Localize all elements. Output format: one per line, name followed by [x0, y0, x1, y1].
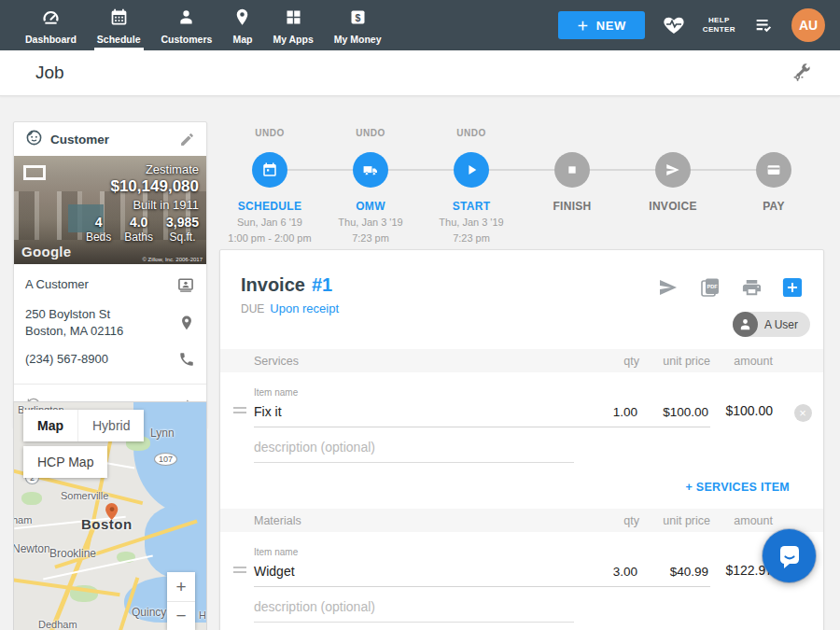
customer-card: Customer Zestimate $10,149,080 Built in … — [13, 121, 207, 428]
print-icon[interactable] — [741, 277, 763, 299]
add-services-item-link[interactable]: + SERVICES ITEM — [685, 481, 790, 494]
step-schedule-button[interactable] — [252, 152, 287, 188]
assigned-user-chip[interactable]: A User — [733, 312, 810, 337]
edit-pencil-icon[interactable] — [179, 132, 195, 147]
health-heart-icon[interactable] — [662, 14, 686, 36]
plus-icon — [577, 20, 589, 32]
step-date: Thu, Jan 3 '19 — [320, 216, 421, 229]
item-name-cell: Item name Widget — [254, 547, 574, 587]
stat-value: 4 — [86, 215, 111, 230]
truck-icon — [362, 161, 380, 179]
undo-placeholder — [723, 128, 824, 139]
invoice-number[interactable]: #1 — [312, 274, 332, 296]
contact-card-icon[interactable] — [176, 275, 195, 294]
customer-phone-row: (234) 567-8900 — [25, 351, 195, 368]
amount-value: $100.00 — [710, 387, 782, 427]
description-input[interactable]: description (optional) — [254, 587, 574, 623]
material-description-row: description (optional) — [220, 587, 823, 623]
services-title: Services — [254, 355, 574, 368]
money-icon: $ — [348, 7, 368, 31]
item-name-input[interactable]: Fix it — [254, 398, 574, 427]
item-name-label: Item name — [254, 387, 574, 398]
invoice-title: Invoice — [241, 274, 305, 296]
user-avatar[interactable]: AU — [791, 8, 825, 42]
zillow-copyright: © Zillow, Inc. 2006-2017 — [143, 257, 203, 262]
delete-item-button[interactable]: × — [794, 404, 812, 422]
undo-omw-link[interactable]: UNDO — [320, 128, 421, 139]
step-invoice-button[interactable] — [655, 152, 691, 188]
qty-input[interactable]: 3.00 — [574, 565, 639, 587]
new-button[interactable]: NEW — [558, 11, 645, 39]
step-time: 7:23 pm — [421, 231, 522, 245]
step-date: Sun, Jan 6 '19 — [219, 216, 320, 229]
invoice-card: Invoice #1 DUE Upon receipt PDF — [219, 249, 824, 630]
pdf-icon[interactable]: PDF — [699, 276, 721, 299]
hcp-map-button[interactable]: HCP Map — [23, 446, 107, 478]
amount-header: amount — [710, 355, 782, 368]
job-progress-steps: UNDO SCHEDULE Sun, Jan 6 '19 1:00 pm - 2… — [219, 128, 824, 245]
qty-cell: 3.00 — [574, 547, 639, 587]
invoice-due-row: DUE Upon receipt — [241, 301, 803, 315]
nav-item-schedule[interactable]: Schedule — [87, 0, 151, 50]
nav-item-my-apps[interactable]: My Apps — [262, 0, 323, 50]
customer-details: A Customer 250 Boylston St Boston, MA 02… — [14, 264, 206, 384]
undo-schedule-link[interactable]: UNDO — [219, 128, 320, 139]
zestimate-label: Zestimate — [86, 162, 199, 176]
nav-items: Dashboard Schedule Customers Map — [15, 0, 392, 50]
steps-row: UNDO SCHEDULE Sun, Jan 6 '19 1:00 pm - 2… — [219, 128, 824, 261]
location-pin-icon[interactable] — [178, 315, 195, 331]
step-omw-button[interactable] — [353, 152, 388, 188]
step-label: SCHEDULE — [219, 200, 320, 213]
nav-label: Schedule — [97, 34, 141, 45]
step-label: OMW — [320, 200, 421, 213]
map-type-hybrid-button[interactable]: Hybrid — [77, 410, 144, 441]
invoice-header: Invoice #1 DUE Upon receipt PDF — [220, 250, 823, 315]
map-label-newton: Newton — [13, 542, 50, 555]
customer-card-header: Customer — [14, 122, 206, 156]
description-input[interactable]: description (optional) — [254, 427, 574, 463]
phone-icon[interactable] — [178, 351, 195, 368]
zoom-in-button[interactable]: + — [167, 572, 195, 601]
unit-price-input[interactable]: $40.99 — [639, 565, 710, 587]
due-terms-link[interactable]: Upon receipt — [270, 301, 339, 315]
qty-input[interactable]: 1.00 — [574, 405, 639, 427]
nav-item-customers[interactable]: Customers — [151, 0, 223, 50]
step-start-button[interactable] — [454, 152, 489, 188]
map-label-waltham: ham — [13, 514, 32, 525]
unit-price-input[interactable]: $100.00 — [639, 405, 710, 427]
step-time: 7:23 pm — [320, 231, 421, 245]
built-year: Built in 1911 — [86, 198, 199, 212]
checklist-icon[interactable] — [752, 15, 775, 35]
map-type-map-button[interactable]: Map — [23, 410, 77, 441]
step-finish: FINISH — [522, 128, 623, 261]
item-name-input[interactable]: Widget — [254, 557, 574, 587]
nav-item-dashboard[interactable]: Dashboard — [15, 0, 87, 50]
step-finish-button[interactable] — [554, 152, 590, 188]
nav-item-map[interactable]: Map — [222, 0, 262, 50]
drag-handle-icon[interactable] — [233, 564, 254, 576]
map-label-lynn: Lynn — [150, 427, 175, 440]
zestimate-value: $10,149,080 — [86, 177, 199, 196]
chat-smile-icon — [776, 542, 804, 570]
help-center-link[interactable]: HELP CENTER — [703, 16, 735, 35]
step-invoice: INVOICE — [623, 128, 723, 261]
photo-frame-icon — [23, 165, 46, 180]
step-schedule: UNDO SCHEDULE Sun, Jan 6 '19 1:00 pm - 2… — [219, 128, 320, 261]
send-invoice-icon[interactable] — [657, 276, 679, 299]
stat-value: 4.0 — [124, 215, 153, 230]
customer-card-title: Customer — [50, 133, 109, 147]
nav-item-my-money[interactable]: $ My Money — [324, 0, 392, 50]
materials-section-header: Materials qty unit price amount — [220, 509, 823, 532]
add-invoice-icon[interactable] — [782, 277, 803, 298]
step-pay-button[interactable] — [756, 152, 791, 188]
zoom-out-button[interactable]: − — [167, 601, 195, 630]
user-chip-avatar-icon — [733, 312, 758, 337]
job-settings-icon[interactable] — [791, 63, 812, 83]
stat-value: 3,985 — [166, 215, 199, 230]
chat-bubble-button[interactable] — [763, 529, 816, 582]
map-label-quincy: Quincy — [132, 606, 166, 619]
service-item-row: Item name Fix it 1.00 $100.00 $100.00 × — [220, 372, 823, 427]
address-line2: Boston, MA 02116 — [25, 323, 123, 340]
drag-handle-icon[interactable] — [233, 404, 254, 416]
undo-start-link[interactable]: UNDO — [421, 128, 522, 139]
